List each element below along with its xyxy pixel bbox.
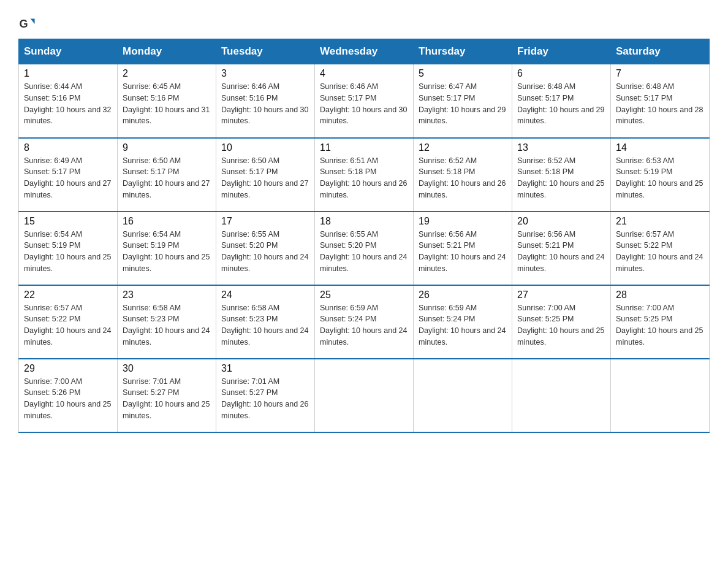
- weekday-header-saturday: Saturday: [611, 39, 710, 64]
- day-number: 30: [123, 363, 211, 374]
- day-number: 20: [517, 216, 605, 227]
- calendar-cell: 21 Sunrise: 6:57 AM Sunset: 5:22 PM Dayl…: [611, 212, 710, 285]
- day-info: Sunrise: 6:48 AM Sunset: 5:17 PM Dayligh…: [517, 81, 605, 127]
- calendar-cell: 12 Sunrise: 6:52 AM Sunset: 5:18 PM Dayl…: [414, 138, 512, 212]
- day-number: 31: [221, 363, 309, 374]
- day-number: 3: [221, 68, 309, 79]
- calendar-cell: 30 Sunrise: 7:01 AM Sunset: 5:27 PM Dayl…: [118, 359, 216, 432]
- day-number: 27: [517, 289, 605, 301]
- day-number: 22: [24, 289, 112, 301]
- calendar-cell: [611, 359, 710, 432]
- day-number: 24: [221, 289, 309, 301]
- day-info: Sunrise: 6:47 AM Sunset: 5:17 PM Dayligh…: [419, 81, 507, 127]
- calendar-cell: [315, 359, 414, 432]
- day-number: 18: [320, 216, 408, 227]
- weekday-header-sunday: Sunday: [19, 39, 118, 64]
- calendar-cell: 9 Sunrise: 6:50 AM Sunset: 5:17 PM Dayli…: [118, 138, 216, 212]
- calendar-table: SundayMondayTuesdayWednesdayThursdayFrid…: [18, 39, 710, 433]
- day-number: 26: [419, 289, 507, 301]
- calendar-cell: 16 Sunrise: 6:54 AM Sunset: 5:19 PM Dayl…: [118, 212, 216, 285]
- logo: G: [18, 15, 37, 33]
- calendar-cell: 11 Sunrise: 6:51 AM Sunset: 5:18 PM Dayl…: [315, 138, 414, 212]
- day-info: Sunrise: 6:55 AM Sunset: 5:20 PM Dayligh…: [221, 229, 309, 275]
- day-info: Sunrise: 7:01 AM Sunset: 5:27 PM Dayligh…: [221, 376, 309, 422]
- calendar-cell: 19 Sunrise: 6:56 AM Sunset: 5:21 PM Dayl…: [414, 212, 512, 285]
- day-info: Sunrise: 6:51 AM Sunset: 5:18 PM Dayligh…: [320, 155, 408, 201]
- day-info: Sunrise: 6:49 AM Sunset: 5:17 PM Dayligh…: [24, 155, 112, 201]
- calendar-cell: 13 Sunrise: 6:52 AM Sunset: 5:18 PM Dayl…: [512, 138, 611, 212]
- day-number: 16: [123, 216, 211, 227]
- calendar-cell: 15 Sunrise: 6:54 AM Sunset: 5:19 PM Dayl…: [19, 212, 118, 285]
- calendar-week-row: 8 Sunrise: 6:49 AM Sunset: 5:17 PM Dayli…: [19, 138, 710, 212]
- day-number: 1: [24, 68, 112, 79]
- day-number: 8: [24, 142, 112, 153]
- weekday-header-tuesday: Tuesday: [216, 39, 315, 64]
- day-number: 12: [419, 142, 507, 153]
- day-info: Sunrise: 6:56 AM Sunset: 5:21 PM Dayligh…: [419, 229, 507, 275]
- day-info: Sunrise: 6:48 AM Sunset: 5:17 PM Dayligh…: [616, 81, 704, 127]
- page-header: G: [18, 12, 710, 33]
- calendar-cell: 14 Sunrise: 6:53 AM Sunset: 5:19 PM Dayl…: [611, 138, 710, 212]
- day-info: Sunrise: 6:50 AM Sunset: 5:17 PM Dayligh…: [123, 155, 211, 201]
- weekday-header-friday: Friday: [512, 39, 611, 64]
- calendar-week-row: 29 Sunrise: 7:00 AM Sunset: 5:26 PM Dayl…: [19, 359, 710, 432]
- calendar-cell: 20 Sunrise: 6:56 AM Sunset: 5:21 PM Dayl…: [512, 212, 611, 285]
- day-info: Sunrise: 6:46 AM Sunset: 5:16 PM Dayligh…: [221, 81, 309, 127]
- calendar-cell: 23 Sunrise: 6:58 AM Sunset: 5:23 PM Dayl…: [118, 285, 216, 359]
- day-number: 10: [221, 142, 309, 153]
- calendar-cell: 10 Sunrise: 6:50 AM Sunset: 5:17 PM Dayl…: [216, 138, 315, 212]
- calendar-cell: 2 Sunrise: 6:45 AM Sunset: 5:16 PM Dayli…: [118, 64, 216, 138]
- calendar-cell: 8 Sunrise: 6:49 AM Sunset: 5:17 PM Dayli…: [19, 138, 118, 212]
- day-info: Sunrise: 6:56 AM Sunset: 5:21 PM Dayligh…: [517, 229, 605, 275]
- calendar-cell: 5 Sunrise: 6:47 AM Sunset: 5:17 PM Dayli…: [414, 64, 512, 138]
- day-number: 6: [517, 68, 605, 79]
- day-info: Sunrise: 6:52 AM Sunset: 5:18 PM Dayligh…: [517, 155, 605, 201]
- day-number: 2: [123, 68, 211, 79]
- day-info: Sunrise: 7:00 AM Sunset: 5:26 PM Dayligh…: [24, 376, 112, 422]
- day-info: Sunrise: 6:53 AM Sunset: 5:19 PM Dayligh…: [616, 155, 704, 201]
- day-info: Sunrise: 7:00 AM Sunset: 5:25 PM Dayligh…: [616, 302, 704, 348]
- calendar-cell: 4 Sunrise: 6:46 AM Sunset: 5:17 PM Dayli…: [315, 64, 414, 138]
- weekday-header-row: SundayMondayTuesdayWednesdayThursdayFrid…: [19, 39, 710, 64]
- calendar-cell: 18 Sunrise: 6:55 AM Sunset: 5:20 PM Dayl…: [315, 212, 414, 285]
- day-number: 11: [320, 142, 408, 153]
- day-number: 25: [320, 289, 408, 301]
- day-info: Sunrise: 6:44 AM Sunset: 5:16 PM Dayligh…: [24, 81, 112, 127]
- day-number: 5: [419, 68, 507, 79]
- calendar-cell: 28 Sunrise: 7:00 AM Sunset: 5:25 PM Dayl…: [611, 285, 710, 359]
- day-number: 4: [320, 68, 408, 79]
- day-number: 14: [616, 142, 704, 153]
- weekday-header-monday: Monday: [118, 39, 216, 64]
- weekday-header-wednesday: Wednesday: [315, 39, 414, 64]
- day-info: Sunrise: 7:01 AM Sunset: 5:27 PM Dayligh…: [123, 376, 211, 422]
- day-info: Sunrise: 6:58 AM Sunset: 5:23 PM Dayligh…: [123, 302, 211, 348]
- logo-icon: G: [18, 15, 36, 33]
- day-info: Sunrise: 6:45 AM Sunset: 5:16 PM Dayligh…: [123, 81, 211, 127]
- calendar-cell: 25 Sunrise: 6:59 AM Sunset: 5:24 PM Dayl…: [315, 285, 414, 359]
- calendar-cell: 22 Sunrise: 6:57 AM Sunset: 5:22 PM Dayl…: [19, 285, 118, 359]
- day-info: Sunrise: 6:57 AM Sunset: 5:22 PM Dayligh…: [616, 229, 704, 275]
- day-info: Sunrise: 7:00 AM Sunset: 5:25 PM Dayligh…: [517, 302, 605, 348]
- calendar-cell: 27 Sunrise: 7:00 AM Sunset: 5:25 PM Dayl…: [512, 285, 611, 359]
- svg-marker-1: [31, 19, 35, 24]
- calendar-week-row: 1 Sunrise: 6:44 AM Sunset: 5:16 PM Dayli…: [19, 64, 710, 138]
- day-info: Sunrise: 6:54 AM Sunset: 5:19 PM Dayligh…: [24, 229, 112, 275]
- day-number: 17: [221, 216, 309, 227]
- calendar-cell: 3 Sunrise: 6:46 AM Sunset: 5:16 PM Dayli…: [216, 64, 315, 138]
- calendar-cell: 1 Sunrise: 6:44 AM Sunset: 5:16 PM Dayli…: [19, 64, 118, 138]
- calendar-cell: 26 Sunrise: 6:59 AM Sunset: 5:24 PM Dayl…: [414, 285, 512, 359]
- day-info: Sunrise: 6:52 AM Sunset: 5:18 PM Dayligh…: [419, 155, 507, 201]
- calendar-cell: 29 Sunrise: 7:00 AM Sunset: 5:26 PM Dayl…: [19, 359, 118, 432]
- day-info: Sunrise: 6:46 AM Sunset: 5:17 PM Dayligh…: [320, 81, 408, 127]
- day-info: Sunrise: 6:59 AM Sunset: 5:24 PM Dayligh…: [320, 302, 408, 348]
- day-info: Sunrise: 6:55 AM Sunset: 5:20 PM Dayligh…: [320, 229, 408, 275]
- day-number: 29: [24, 363, 112, 374]
- calendar-cell: [414, 359, 512, 432]
- calendar-week-row: 22 Sunrise: 6:57 AM Sunset: 5:22 PM Dayl…: [19, 285, 710, 359]
- day-number: 23: [123, 289, 211, 301]
- day-number: 19: [419, 216, 507, 227]
- calendar-cell: 31 Sunrise: 7:01 AM Sunset: 5:27 PM Dayl…: [216, 359, 315, 432]
- calendar-cell: 7 Sunrise: 6:48 AM Sunset: 5:17 PM Dayli…: [611, 64, 710, 138]
- calendar-cell: [512, 359, 611, 432]
- day-info: Sunrise: 6:50 AM Sunset: 5:17 PM Dayligh…: [221, 155, 309, 201]
